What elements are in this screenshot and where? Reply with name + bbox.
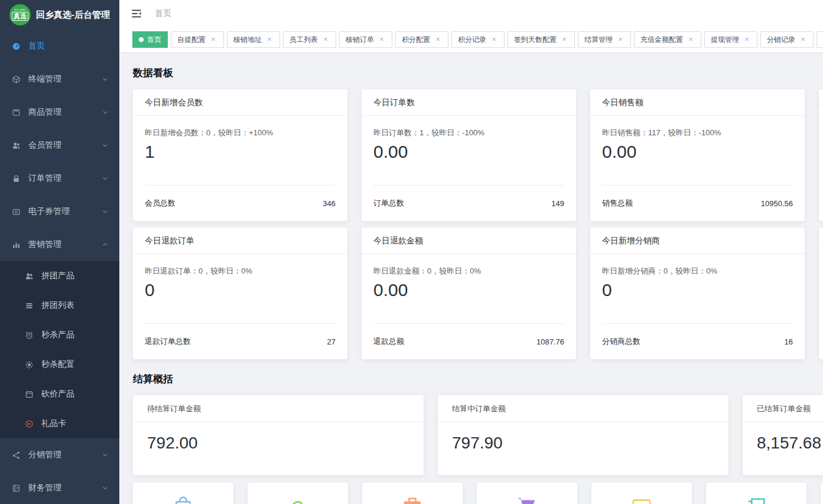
sidebar-item-label: 电子券管理 [28,206,102,217]
tab[interactable]: 结算管理 × [578,31,631,48]
stat-card-footer-value: 16 [785,337,793,346]
close-icon[interactable]: × [265,35,274,44]
tab-label: 签到天数配置 [514,35,557,45]
tab-label: 首页 [147,35,161,45]
sidebar-item[interactable]: 会员管理 [0,129,119,162]
brand-logo-subtext: HUI XIANG [14,9,26,11]
tab[interactable]: 充值金额配置 × [634,31,701,48]
stat-card-footer-label: 会员总数 [145,198,175,209]
stat-card: 今日新增分销商 昨日新增分销商：0，较昨日：0% 0 分销商总数 16 [590,227,805,359]
distribution-icon [12,451,21,460]
tab[interactable]: 积分配置 × [395,31,448,48]
sidebar-submenu-marketing: 拼团产品 拼团列表 秒杀产品 秒杀配置 砍价产品 礼品卡 [0,261,119,438]
sidebar-item[interactable]: 分销管理 [0,438,119,472]
sidebar-item[interactable]: 财务管理 [0,472,119,504]
gear-icon [25,360,34,369]
stat-card-value: 1 [145,142,336,162]
close-icon[interactable]: × [378,35,386,44]
tab[interactable]: 提现管理 × [704,31,757,48]
coupon-icon [12,207,21,216]
stat-card-title: 今日新增分销商 [590,227,805,254]
settlement-card-value: 797.90 [438,422,728,453]
tab[interactable]: 分销记录 × [760,31,814,48]
tab[interactable]: 签到天数配置 × [508,31,575,48]
quick-shortcut-card[interactable] [821,483,823,504]
dashboard-icon [12,42,21,51]
sidebar-item[interactable]: 终端管理 [0,63,119,96]
close-icon[interactable]: × [321,35,330,44]
settlement-card-title: 已结算订单金额 [743,395,823,422]
tab[interactable]: 核销地址 × [227,31,280,48]
settlement-card-title: 结算中订单金额 [438,395,728,422]
stat-card-subtitle: 昨日退款订单：0，较昨日：0% [145,266,336,277]
terminal-icon [12,75,21,84]
stat-card-footer-value: 10950.56 [761,199,793,208]
stat-card-footer-value: 1087.76 [536,337,564,346]
quick-shortcut-card[interactable] [362,483,463,504]
quick-shortcut-card[interactable] [591,483,692,504]
stat-card [819,89,823,221]
close-icon[interactable]: × [490,35,498,44]
stat-card-value: 0.00 [373,280,564,300]
sidebar-subitem[interactable]: 秒杀配置 [0,350,119,379]
stat-card-title: 今日退款订单 [133,227,347,254]
tab-label: 核销地址 [233,35,262,45]
tab[interactable]: 订单 × [817,31,823,48]
quick-shortcut-card[interactable] [248,483,348,504]
giftcard-icon [25,420,34,428]
breadcrumb[interactable]: 首页 [155,8,171,19]
close-icon[interactable]: × [209,35,217,44]
tab[interactable]: 自提配置 × [171,31,224,48]
tags-view-bar: 首页 自提配置 × 核销地址 × 员工列表 × 核销订单 × 积分配置 [119,27,823,53]
sidebar-item-label: 订单管理 [28,173,102,184]
group-list-icon [25,301,34,310]
sidebar: HUI XIANG 真选 回乡真选-后台管理 首页 终端管理 商品管理 会员管理 [0,0,119,504]
sidebar-subitem[interactable]: 拼团列表 [0,291,119,320]
dashboard-content: 数据看板 今日新增会员数 昨日新增会员数：0，较昨日：+100% 1 会员总数 … [119,53,823,504]
hamburger-icon[interactable] [131,9,142,18]
tab-label: 员工列表 [289,35,318,45]
tab[interactable]: 积分记录 × [451,31,505,48]
stat-card-value: 0 [602,280,793,300]
sidebar-subitem-label: 礼品卡 [41,418,66,429]
quick-shortcut-card[interactable] [133,483,233,504]
quick-shortcut-card[interactable] [706,483,806,504]
brand-logo-text: 真选 [12,12,28,20]
tab[interactable]: 首页 [132,31,168,48]
close-icon[interactable]: × [434,35,442,44]
chevron-down-icon [102,142,109,149]
sidebar-item[interactable]: 订单管理 [0,162,119,195]
sidebar-item[interactable]: 电子券管理 [0,195,119,228]
app-logo[interactable]: HUI XIANG 真选 回乡真选-后台管理 [0,0,119,30]
stat-card [819,227,823,359]
sidebar-subitem[interactable]: 拼团产品 [0,261,119,291]
sidebar-item[interactable]: 营销管理 [0,228,119,261]
quick-shortcut-card[interactable] [477,483,577,504]
sidebar-subitem[interactable]: 礼品卡 [0,409,119,438]
sidebar-item[interactable]: 首页 [0,30,119,63]
goods-icon [12,108,21,117]
close-icon[interactable]: × [799,35,807,44]
settlement-card: 已结算订单金额 8,157.68 [743,395,823,475]
sidebar-item-label: 商品管理 [28,107,102,118]
settlement-card: 结算中订单金额 797.90 [438,395,728,475]
close-icon[interactable]: × [743,35,751,44]
chevron-down-icon [102,175,109,182]
sidebar-subitem[interactable]: 砍价产品 [0,379,119,409]
tab[interactable]: 员工列表 × [283,31,336,48]
close-icon[interactable]: × [560,35,568,44]
tab[interactable]: 核销订单 × [339,31,392,48]
money-icon [745,495,767,504]
chevron-down-icon [102,208,109,215]
sidebar-item[interactable]: 商品管理 [0,96,119,129]
stat-card-title: 今日退款金额 [362,227,576,254]
stat-card: 今日退款金额 昨日退款金额：0，较昨日：0% 0.00 退款总额 1087.76 [362,227,576,359]
stat-card: 今日退款订单 昨日退款订单：0，较昨日：0% 0 退款订单总数 27 [133,227,347,359]
stat-card-value: 0.00 [373,142,564,162]
tab-label: 核销订单 [346,35,374,45]
close-icon[interactable]: × [616,35,624,44]
stat-card-subtitle: 昨日新增会员数：0，较昨日：+100% [145,128,336,138]
quick-shortcut-grid [133,483,823,504]
close-icon[interactable]: × [687,35,695,44]
sidebar-subitem[interactable]: 秒杀产品 [0,320,119,350]
